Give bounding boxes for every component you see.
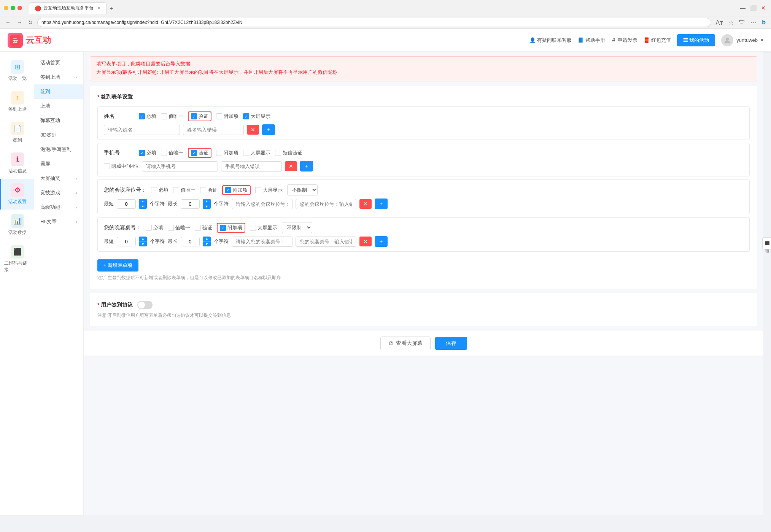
sidebar-item-qr[interactable]: ⬛ 二维码与链接 bbox=[0, 240, 34, 278]
dinner-min-down[interactable]: ▼ bbox=[139, 242, 147, 247]
name-placeholder-input[interactable] bbox=[104, 125, 180, 135]
dinner-max-input[interactable] bbox=[181, 237, 200, 246]
new-tab-btn[interactable]: + bbox=[107, 4, 116, 14]
sub-item-lottery[interactable]: 大屏抽奖 › bbox=[34, 171, 83, 186]
seat-add-btn[interactable]: ＋ bbox=[375, 199, 388, 209]
addon-checkbox-dinner[interactable]: ✓ bbox=[220, 225, 226, 231]
seat-delete-btn[interactable]: ✕ bbox=[359, 199, 372, 209]
url-bar[interactable] bbox=[37, 18, 711, 27]
sidebar-item-activity-info[interactable]: ℹ 活动信息 bbox=[0, 148, 34, 179]
refresh-btn[interactable]: ↻ bbox=[27, 18, 34, 27]
bigscreen-checkbox-seat[interactable] bbox=[255, 187, 261, 193]
unique-check-seat[interactable]: 值唯一 bbox=[173, 187, 196, 194]
verify-check-name[interactable]: ✓ 验证 bbox=[188, 111, 211, 121]
required-check-phone[interactable]: ✓ 必填 bbox=[139, 149, 156, 156]
seat-max-spinner[interactable]: ▲ ▼ bbox=[203, 199, 211, 209]
addon-checkbox-seat[interactable]: ✓ bbox=[225, 187, 231, 193]
seat-min-up[interactable]: ▲ bbox=[139, 199, 147, 204]
maximize-btn[interactable] bbox=[11, 6, 15, 10]
phone-add-btn[interactable]: ＋ bbox=[300, 161, 313, 172]
bigscreen-check-seat[interactable]: 大屏显示 bbox=[255, 187, 283, 194]
sub-item-home[interactable]: 活动首页 bbox=[34, 56, 83, 70]
verify-check-phone[interactable]: ✓ 验证 bbox=[188, 148, 211, 158]
view-screen-btn[interactable]: 🖥 查看大屏幕 bbox=[380, 337, 431, 350]
verify-checkbox-name[interactable]: ✓ bbox=[191, 113, 197, 119]
nav-recharge[interactable]: 🧧 红包充值 bbox=[644, 37, 671, 44]
addon-check-name[interactable]: 附加项 bbox=[216, 113, 238, 120]
back-btn[interactable]: ← bbox=[4, 18, 12, 27]
phone-placeholder-input[interactable] bbox=[142, 161, 218, 172]
more-btn[interactable]: ⋯ bbox=[749, 18, 758, 27]
seat-max-up[interactable]: ▲ bbox=[203, 199, 211, 204]
sub-item-bubble-checkin[interactable]: 泡泡/手写签到 bbox=[34, 142, 83, 157]
sms-checkbox-phone[interactable] bbox=[275, 150, 281, 156]
required-check-seat[interactable]: 必填 bbox=[151, 187, 169, 194]
verify-check-dinner[interactable]: 验证 bbox=[195, 224, 212, 231]
dinner-error-input[interactable] bbox=[296, 237, 356, 247]
agreement-toggle[interactable] bbox=[137, 301, 153, 309]
seat-error-input[interactable] bbox=[296, 199, 356, 209]
unique-checkbox-name[interactable] bbox=[161, 113, 167, 119]
seat-max-down[interactable]: ▼ bbox=[203, 204, 211, 209]
addon-check-seat[interactable]: ✓ 附加项 bbox=[222, 185, 251, 195]
verify-checkbox-dinner[interactable] bbox=[195, 225, 201, 231]
hide-middle-checkbox[interactable] bbox=[104, 163, 110, 169]
sub-item-wall[interactable]: 上墙 bbox=[34, 99, 83, 113]
minimize-btn[interactable] bbox=[4, 6, 8, 10]
nav-help[interactable]: 📘 帮助手册 bbox=[578, 37, 605, 44]
favorites-btn[interactable]: ☆ bbox=[727, 18, 735, 27]
verify-checkbox-phone[interactable]: ✓ bbox=[191, 150, 197, 156]
bigscreen-checkbox-name[interactable]: ✓ bbox=[243, 113, 249, 119]
bigscreen-check-name[interactable]: ✓ 大屏显示 bbox=[243, 113, 270, 120]
sidebar-item-checkin[interactable]: 📄 签到 bbox=[0, 117, 34, 148]
addon-check-phone[interactable]: 附加项 bbox=[216, 149, 238, 156]
bigscreen-checkbox-phone[interactable] bbox=[243, 150, 249, 156]
unique-checkbox-seat[interactable] bbox=[173, 187, 179, 193]
required-checkbox-seat[interactable] bbox=[151, 187, 157, 193]
sidebar-item-data[interactable]: 📊 活动数据 bbox=[0, 210, 34, 240]
dinner-min-up[interactable]: ▲ bbox=[139, 237, 147, 242]
dinner-max-down[interactable]: ▼ bbox=[203, 242, 211, 247]
sub-item-3d-checkin[interactable]: 3D签到 bbox=[34, 128, 83, 142]
sidebar-item-checkin-wall[interactable]: ↑ 签到上墙 bbox=[0, 86, 34, 117]
required-checkbox-dinner[interactable] bbox=[146, 225, 152, 231]
sub-item-checkin-wall[interactable]: 签到上墙 › bbox=[34, 70, 83, 84]
edge-btn[interactable]: b bbox=[760, 18, 767, 27]
add-form-item-btn[interactable]: + 新增表单项 bbox=[97, 259, 138, 272]
addon-checkbox-phone[interactable] bbox=[216, 150, 222, 156]
seat-limit-select[interactable]: 不限制 bbox=[287, 184, 318, 195]
dinner-max-spinner[interactable]: ▲ ▼ bbox=[203, 237, 211, 247]
unique-checkbox-phone[interactable] bbox=[161, 150, 167, 156]
seat-min-input[interactable] bbox=[117, 199, 136, 209]
forward-btn[interactable]: → bbox=[15, 18, 24, 27]
window-close-btn[interactable]: ✕ bbox=[760, 3, 767, 13]
required-checkbox-phone[interactable]: ✓ bbox=[139, 150, 145, 156]
required-check-dinner[interactable]: 必填 bbox=[146, 224, 163, 231]
right-panel-toggle[interactable]: ⬛ 不顶部 bbox=[762, 237, 771, 250]
dinner-placeholder-input[interactable] bbox=[232, 237, 293, 247]
nav-invoice[interactable]: 🖨 申请发票 bbox=[611, 37, 637, 44]
tab-close-icon[interactable]: ✕ bbox=[97, 6, 101, 11]
unique-check-name[interactable]: 值唯一 bbox=[161, 113, 183, 120]
addon-check-dinner[interactable]: ✓ 附加项 bbox=[217, 223, 245, 233]
dinner-limit-select[interactable]: 不限制 bbox=[282, 222, 312, 233]
window-minimize-btn[interactable]: — bbox=[739, 3, 747, 13]
nav-service[interactable]: 👤 有疑问联系客服 bbox=[529, 37, 572, 44]
bigscreen-checkbox-dinner[interactable] bbox=[250, 225, 256, 231]
required-check-name[interactable]: ✓ 必填 bbox=[139, 113, 156, 120]
sub-item-advanced[interactable]: 高级功能 › bbox=[34, 200, 83, 214]
dinner-max-up[interactable]: ▲ bbox=[203, 237, 211, 242]
bigscreen-check-dinner[interactable]: 大屏显示 bbox=[250, 224, 277, 231]
name-add-btn[interactable]: ＋ bbox=[262, 124, 275, 135]
name-error-input[interactable] bbox=[183, 125, 244, 135]
unique-checkbox-dinner[interactable] bbox=[168, 225, 174, 231]
window-maximize-btn[interactable]: ⬜ bbox=[749, 3, 758, 13]
dinner-add-btn[interactable]: ＋ bbox=[375, 236, 388, 247]
seat-min-down[interactable]: ▼ bbox=[139, 204, 147, 209]
sub-item-h5[interactable]: H5文章 › bbox=[34, 214, 83, 229]
seat-placeholder-input[interactable] bbox=[232, 199, 293, 209]
verify-check-seat[interactable]: 验证 bbox=[200, 187, 218, 194]
sidebar-item-settings[interactable]: ⚙ 活动设置 bbox=[0, 179, 34, 210]
sms-check-phone[interactable]: 短信验证 bbox=[275, 149, 302, 156]
phone-delete-btn[interactable]: ✕ bbox=[285, 161, 297, 171]
